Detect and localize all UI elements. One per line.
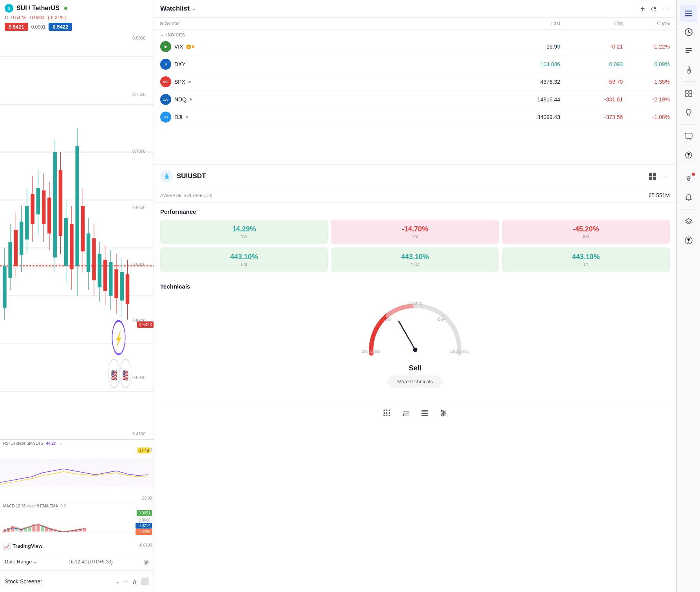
svg-point-102	[443, 412, 445, 414]
add-watchlist-button[interactable]: +	[640, 5, 645, 13]
toolbar-list-button[interactable]	[418, 406, 432, 420]
eye-icon[interactable]: ◉	[143, 558, 149, 565]
svg-rect-34	[70, 224, 74, 269]
svg-line-110	[689, 32, 690, 33]
svg-text:Buy: Buy	[438, 317, 445, 321]
detail-more-button[interactable]: ···	[661, 172, 670, 181]
price-level-5: 0.5000	[132, 375, 152, 380]
macd-val3: -0.0214	[136, 523, 152, 529]
toolbar-sliders-button[interactable]	[436, 406, 450, 420]
vix-last: 16.99	[497, 43, 560, 50]
perf-pct-1y: 443.10%	[507, 253, 665, 261]
perf-pct-ytd: 443.10%	[336, 253, 494, 261]
watchlist-header: Watchlist ⌄ + ◔ ···	[154, 0, 676, 18]
ask-box[interactable]: 0.5422	[49, 23, 72, 31]
svg-rect-30	[59, 170, 63, 236]
svg-rect-14	[14, 230, 18, 266]
svg-rect-115	[689, 90, 692, 93]
svg-rect-18	[25, 206, 29, 240]
sidebar-orders-button[interactable]	[680, 42, 697, 60]
stock-screener-expand[interactable]: ⬜	[140, 577, 149, 586]
svg-rect-32	[64, 218, 68, 266]
perf-period-3m: 3M	[507, 234, 665, 239]
sidebar-layers-button[interactable]	[680, 213, 697, 230]
svg-text:Sell: Sell	[385, 317, 392, 321]
pie-chart-button[interactable]: ◔	[651, 5, 657, 12]
rsi-value: 44.27	[46, 441, 56, 446]
col-header-chg: Chg	[560, 21, 623, 26]
close-value: 0.5423	[11, 15, 26, 20]
sidebar-tips-button[interactable]	[680, 146, 697, 164]
perf-period-1w: 1W	[165, 234, 323, 239]
change-pct: (-5.31%)	[48, 15, 66, 20]
indices-toggle[interactable]: ⌄ INDICES	[160, 32, 670, 37]
watchlist-row-spx[interactable]: 500 SPX 4376.32 -59.70 -1.35%	[154, 73, 676, 91]
svg-rect-96	[421, 410, 428, 412]
grid-view-button[interactable]	[649, 173, 656, 180]
sidebar-help-button[interactable]	[680, 232, 697, 249]
stock-screener-chevron[interactable]: ∧	[132, 577, 137, 586]
watchlist-rows: ⌄ INDICES ▶ VIX D 16.99 -0.21 -1.22%	[154, 30, 676, 164]
right-sidebar	[676, 0, 700, 592]
filter-icon	[160, 22, 163, 25]
sidebar-broadcast-button[interactable]	[680, 170, 697, 188]
svg-text:Strong sell: Strong sell	[361, 349, 380, 354]
sidebar-screener-button[interactable]	[680, 85, 697, 102]
chart-symbol-icon: S	[5, 4, 13, 13]
bid-box[interactable]: 0.5421	[5, 23, 28, 31]
perf-period-1y: 1Y	[507, 262, 665, 267]
watchlist-row-vix[interactable]: ▶ VIX D 16.99 -0.21 -1.22%	[154, 38, 676, 56]
toolbar-lines-button[interactable]	[399, 406, 413, 420]
detail-panel: 💧 SUIUSDT ··· AVERAGE VOLUME (10) 65.551…	[154, 164, 676, 592]
svg-rect-26	[47, 198, 51, 234]
gauge-result: Sell	[409, 364, 421, 372]
svg-rect-52	[120, 272, 124, 300]
svg-rect-40	[87, 233, 90, 272]
candlestick-chart-area[interactable]: ⚡ 🇺🇸 🇺🇸 0.8000 0.7500 0.7000 0.6500 0.60…	[0, 32, 154, 439]
symbol-cell-spx: 500 SPX	[160, 76, 497, 87]
perf-period-ytd: YTD	[336, 262, 494, 267]
perf-period-6m: 6M	[165, 262, 323, 267]
svg-rect-12	[8, 242, 12, 278]
performance-title: Performance	[160, 208, 670, 215]
watchlist-row-dxy[interactable]: $ DXY 104.086 0.093 0.09%	[154, 56, 676, 73]
sidebar-heat-button[interactable]	[680, 61, 697, 78]
toolbar-dots-button[interactable]	[380, 406, 394, 420]
watchlist-row-dji[interactable]: 30 DJI 34099.43 -373.56 -1.08%	[154, 108, 676, 126]
col-header-chgpct: Chg%	[623, 21, 670, 26]
svg-rect-24	[42, 190, 46, 224]
sidebar-notifications-button[interactable]	[680, 189, 697, 206]
watchlist-chevron-icon[interactable]: ⌄	[192, 6, 196, 11]
technicals-title: Technicals	[160, 283, 670, 290]
rsi-panel: RSI 14 close SMA 14 2 44.27 ... 60.00 44…	[0, 439, 154, 502]
chart-title: SUI / TetherUS	[16, 5, 60, 12]
svg-rect-117	[689, 94, 692, 97]
close-label: C	[5, 15, 8, 20]
stock-screener-more[interactable]: ···	[123, 577, 129, 585]
grid-icon	[684, 89, 693, 98]
svg-rect-50	[114, 269, 118, 298]
detail-header: 💧 SUIUSDT ···	[154, 164, 676, 188]
date-range-button[interactable]: Date Range ⌄	[5, 559, 38, 565]
dji-last: 34099.43	[497, 114, 560, 120]
dxy-badge: $	[160, 59, 171, 70]
more-technicals-button[interactable]: More technicals	[388, 375, 442, 388]
sidebar-alerts-button[interactable]	[680, 23, 697, 41]
watchlist-row-ndq[interactable]: 100 NDQ 14816.44 -331.61 -2.19%	[154, 91, 676, 108]
price-level-75: 0.7500	[132, 92, 152, 97]
ndq-dot	[190, 98, 192, 101]
sidebar-menu-button[interactable]	[680, 5, 697, 22]
sidebar-chat-button[interactable]	[680, 128, 697, 145]
perf-pct-3m: -45.20%	[507, 225, 665, 233]
sidebar-ideas-button[interactable]	[680, 104, 697, 121]
dji-chgpct: -1.08%	[623, 114, 670, 120]
technicals-section: Technicals Neutra	[154, 278, 676, 401]
vix-chg: -0.21	[560, 43, 623, 50]
macd-val4: -0.0265	[136, 529, 152, 535]
svg-point-100	[441, 410, 443, 412]
rsi-label: RSI 14 close SMA 14 2 44.27 ...	[0, 440, 65, 447]
svg-text:🇺🇸: 🇺🇸	[111, 368, 117, 383]
svg-line-85	[399, 321, 415, 350]
macd-label: MACD 12 26 close 9 EMA EMA 0.0	[0, 502, 69, 510]
more-watchlist-button[interactable]: ···	[663, 6, 670, 11]
